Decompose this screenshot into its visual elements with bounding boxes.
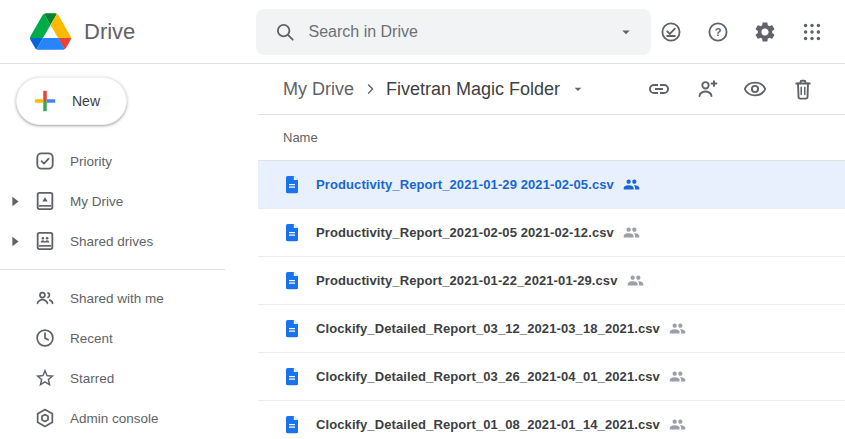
- breadcrumb-my-drive[interactable]: My Drive: [283, 79, 354, 100]
- my-drive-icon: [33, 190, 57, 212]
- multicolor-plus-icon: [32, 88, 58, 114]
- sidebar-item-priority[interactable]: Priority: [0, 141, 258, 181]
- drive-logo[interactable]: Drive: [0, 13, 256, 50]
- chevron-right-icon: [361, 80, 379, 98]
- csv-file-icon: [283, 366, 301, 387]
- offline-ready-icon[interactable]: [651, 12, 691, 52]
- csv-file-icon: [283, 318, 301, 339]
- shared-people-icon: [627, 272, 644, 289]
- shared-people-icon: [623, 224, 640, 241]
- csv-file-icon: [283, 222, 301, 243]
- file-row[interactable]: Clockify_Detailed_Report_03_26_2021-04_0…: [258, 353, 845, 401]
- top-bar: Drive ?: [0, 0, 845, 64]
- trash-icon[interactable]: [791, 77, 815, 101]
- get-link-icon[interactable]: [647, 77, 671, 101]
- shared-people-icon: [623, 176, 640, 193]
- drive-logo-icon: [30, 13, 71, 50]
- sidebar-item-shared-drives[interactable]: Shared drives: [0, 221, 258, 261]
- apps-grid-icon[interactable]: [792, 12, 832, 52]
- folder-menu-caret-icon[interactable]: [570, 81, 586, 97]
- add-person-icon[interactable]: [695, 77, 719, 101]
- svg-text:?: ?: [715, 25, 722, 37]
- search-icon[interactable]: [274, 21, 296, 43]
- csv-file-icon: [283, 414, 301, 435]
- sidebar: New Priority: [0, 64, 258, 439]
- new-button-label: New: [72, 93, 100, 109]
- file-browser: My Drive Fivetran Magic Folder: [258, 64, 845, 439]
- google-drive-app: Drive ?: [0, 0, 845, 439]
- priority-check-icon: [33, 150, 57, 172]
- csv-file-icon: [283, 270, 301, 291]
- sidebar-divider: [0, 269, 225, 270]
- file-row[interactable]: Clockify_Detailed_Report_01_08_2021-01_1…: [258, 401, 845, 439]
- admin-console-icon: [33, 407, 57, 429]
- shared-with-me-icon: [33, 287, 57, 309]
- sidebar-item-shared-with-me[interactable]: Shared with me: [0, 278, 258, 318]
- sidebar-item-admin-console[interactable]: Admin console: [0, 398, 258, 438]
- expand-arrow-icon[interactable]: [8, 196, 22, 207]
- recent-clock-icon: [33, 327, 57, 349]
- csv-file-icon: [283, 174, 301, 195]
- sidebar-item-my-drive[interactable]: My Drive: [0, 181, 258, 221]
- search-bar[interactable]: [256, 9, 651, 55]
- sidebar-item-recent[interactable]: Recent: [0, 318, 258, 358]
- selection-toolbar: [647, 77, 815, 101]
- shared-people-icon: [669, 416, 686, 433]
- file-row[interactable]: Productivity_Report_2021-01-29 2021-02-0…: [258, 161, 845, 209]
- shared-people-icon: [669, 368, 686, 385]
- file-row[interactable]: Clockify_Detailed_Report_03_12_2021-03_1…: [258, 305, 845, 353]
- breadcrumb-current-folder[interactable]: Fivetran Magic Folder: [386, 79, 560, 100]
- new-button[interactable]: New: [16, 77, 127, 125]
- shared-drives-icon: [33, 230, 57, 252]
- sidebar-item-starred[interactable]: Starred: [0, 358, 258, 398]
- sidebar-nav: Priority My Drive: [0, 141, 258, 438]
- settings-gear-icon[interactable]: [745, 12, 785, 52]
- file-row[interactable]: Productivity_Report_2021-02-05 2021-02-1…: [258, 209, 845, 257]
- preview-eye-icon[interactable]: [743, 77, 767, 101]
- search-input[interactable]: [306, 22, 617, 42]
- file-row[interactable]: Productivity_Report_2021-01-22_2021-01-2…: [258, 257, 845, 305]
- file-list: Productivity_Report_2021-01-29 2021-02-0…: [258, 161, 845, 439]
- help-icon[interactable]: ?: [698, 12, 738, 52]
- top-bar-actions: ?: [651, 12, 845, 52]
- expand-arrow-icon[interactable]: [8, 236, 22, 247]
- column-header-name[interactable]: Name: [258, 115, 845, 161]
- shared-people-icon: [669, 320, 686, 337]
- app-title: Drive: [84, 19, 135, 45]
- search-options-caret-icon[interactable]: [617, 23, 635, 41]
- star-icon: [33, 367, 57, 389]
- breadcrumb-bar: My Drive Fivetran Magic Folder: [258, 64, 845, 115]
